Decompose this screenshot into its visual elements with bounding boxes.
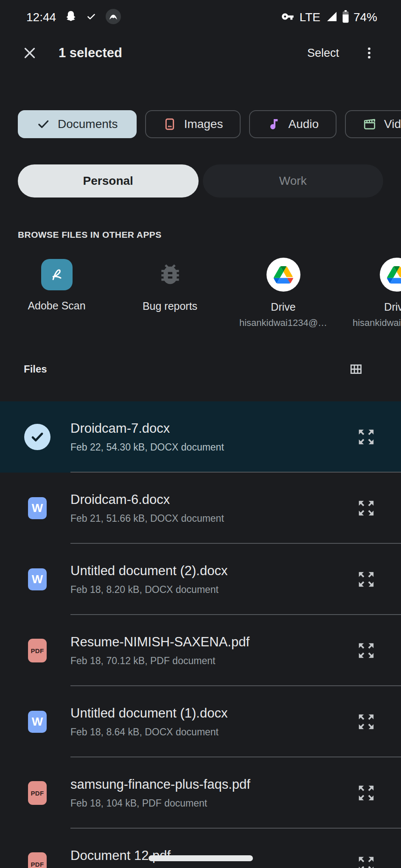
- browse-app-drive[interactable]: Drive hisankidwai1234@…: [227, 258, 340, 328]
- app-account: hisankidwai1234@…: [353, 317, 401, 328]
- network-type-label: LTE: [300, 11, 320, 24]
- overflow-menu-button[interactable]: [361, 45, 377, 61]
- check-icon: [36, 117, 50, 131]
- file-info: Droidcam-6.docx Feb 21, 51.66 kB, DOCX d…: [70, 492, 348, 524]
- word-file-icon: W: [28, 497, 47, 519]
- expand-icon[interactable]: [356, 498, 376, 518]
- file-row[interactable]: PDF Resume-NIMISH-SAXENA.pdf Feb 18, 70.…: [0, 615, 401, 686]
- snapchat-icon: [64, 10, 77, 25]
- file-name: samsung-finance-plus-faqs.pdf: [70, 777, 348, 792]
- file-row[interactable]: Droidcam-7.docx Feb 22, 54.30 kB, DOCX d…: [0, 401, 401, 473]
- app-header: 1 selected Select: [0, 39, 401, 67]
- tab-work[interactable]: Work: [203, 164, 384, 198]
- battery-icon: [342, 10, 349, 25]
- file-row[interactable]: PDF samsung-finance-plus-faqs.pdf Feb 18…: [0, 757, 401, 829]
- expand-icon[interactable]: [356, 854, 376, 868]
- page-title: 1 selected: [59, 45, 122, 61]
- clock: 12:44: [26, 11, 56, 24]
- file-meta: Feb 18, 8.64 kB, DOCX document: [70, 726, 348, 738]
- close-button[interactable]: [21, 45, 38, 61]
- file-info: Droidcam-7.docx Feb 22, 54.30 kB, DOCX d…: [70, 421, 348, 453]
- file-type-badge[interactable]: [24, 424, 51, 450]
- chip-label: Images: [184, 117, 223, 131]
- file-row[interactable]: PDF Document 12.pdf: [0, 829, 401, 868]
- file-meta: Feb 18, 8.20 kB, DOCX document: [70, 584, 348, 595]
- file-row[interactable]: W Droidcam-6.docx Feb 21, 51.66 kB, DOCX…: [0, 473, 401, 544]
- file-meta: Feb 22, 54.30 kB, DOCX document: [70, 442, 348, 453]
- file-row[interactable]: W Untitled document (1).docx Feb 18, 8.6…: [0, 686, 401, 757]
- browse-section-title: BROWSE FILES IN OTHER APPS: [0, 230, 401, 240]
- app-name: Drive: [384, 301, 401, 313]
- status-bar: 12:44 LTE 74%: [0, 0, 401, 32]
- selected-check-icon[interactable]: [24, 424, 50, 450]
- file-type-badge[interactable]: W: [24, 497, 51, 519]
- gesture-nav-handle[interactable]: [149, 855, 253, 861]
- music-note-icon: [267, 117, 280, 131]
- word-file-icon: W: [28, 711, 47, 733]
- file-list: Droidcam-7.docx Feb 22, 54.30 kB, DOCX d…: [0, 401, 401, 868]
- pdf-file-icon: PDF: [28, 852, 47, 868]
- chip-label: Documents: [58, 117, 118, 131]
- bug-icon: [154, 258, 186, 291]
- pdf-file-icon: PDF: [28, 639, 47, 662]
- status-bar-left: 12:44: [26, 8, 121, 26]
- key-icon: [281, 10, 294, 25]
- app-name: Drive: [271, 301, 295, 313]
- adobe-scan-icon: [41, 259, 73, 290]
- files-header: Files: [0, 361, 401, 378]
- file-name: Resume-NIMISH-SAXENA.pdf: [70, 634, 348, 650]
- expand-icon[interactable]: [356, 427, 376, 447]
- expand-icon[interactable]: [356, 640, 376, 661]
- filter-chips-row: Documents Images Audio Videos: [0, 110, 401, 138]
- browse-app-drive-2[interactable]: Drive hisankidwai1234@…: [340, 258, 401, 328]
- file-info: Resume-NIMISH-SAXENA.pdf Feb 18, 70.12 k…: [70, 634, 348, 667]
- check-icon: [86, 11, 97, 24]
- status-bar-right: LTE 74%: [281, 10, 377, 25]
- expand-icon[interactable]: [356, 712, 376, 732]
- file-name: Droidcam-7.docx: [70, 421, 348, 436]
- select-button[interactable]: Select: [307, 47, 339, 60]
- expand-icon[interactable]: [356, 569, 376, 590]
- pdf-file-icon: PDF: [28, 781, 47, 805]
- file-meta: Feb 18, 104 kB, PDF document: [70, 798, 348, 809]
- drive-icon: [380, 258, 401, 292]
- file-type-badge[interactable]: PDF: [24, 852, 51, 868]
- chip-label: Audio: [288, 117, 319, 131]
- browse-app-bug-reports[interactable]: Bug reports: [113, 258, 227, 328]
- battery-percent-label: 74%: [353, 11, 377, 24]
- signal-icon: [326, 11, 338, 24]
- tab-personal[interactable]: Personal: [18, 164, 199, 198]
- app-name: Bug reports: [143, 300, 197, 312]
- file-type-badge[interactable]: W: [24, 711, 51, 733]
- app-name: Adobe Scan: [28, 300, 85, 312]
- vpn-app-icon: [105, 8, 121, 26]
- app-account: hisankidwai1234@…: [239, 317, 327, 328]
- file-type-badge[interactable]: PDF: [24, 781, 51, 805]
- chip-label: Videos: [384, 117, 401, 131]
- video-icon: [363, 117, 376, 131]
- filter-chip-audio[interactable]: Audio: [249, 110, 337, 138]
- file-row[interactable]: W Untitled document (2).docx Feb 18, 8.2…: [0, 544, 401, 615]
- file-info: Untitled document (1).docx Feb 18, 8.64 …: [70, 706, 348, 738]
- image-icon: [163, 117, 177, 131]
- file-meta: Feb 21, 51.66 kB, DOCX document: [70, 513, 348, 524]
- files-section-title: Files: [24, 363, 47, 375]
- filter-chip-images[interactable]: Images: [145, 110, 241, 138]
- word-file-icon: W: [28, 568, 47, 590]
- file-name: Untitled document (1).docx: [70, 706, 348, 721]
- file-meta: Feb 18, 70.12 kB, PDF document: [70, 655, 348, 667]
- filter-chip-documents[interactable]: Documents: [18, 110, 137, 138]
- grid-view-icon[interactable]: [348, 362, 364, 377]
- file-type-badge[interactable]: PDF: [24, 639, 51, 662]
- browse-app-adobe-scan[interactable]: Adobe Scan: [0, 258, 113, 328]
- file-picker-screen: 12:44 LTE 74% 1 selected Select Document…: [0, 0, 401, 868]
- file-info: samsung-finance-plus-faqs.pdf Feb 18, 10…: [70, 777, 348, 809]
- filter-chip-videos[interactable]: Videos: [345, 110, 401, 138]
- profile-tabs: Personal Work: [0, 164, 401, 198]
- drive-icon: [266, 258, 300, 292]
- file-type-badge[interactable]: W: [24, 568, 51, 590]
- file-name: Untitled document (2).docx: [70, 563, 348, 579]
- file-name: Droidcam-6.docx: [70, 492, 348, 507]
- expand-icon[interactable]: [356, 783, 376, 803]
- file-info: Untitled document (2).docx Feb 18, 8.20 …: [70, 563, 348, 595]
